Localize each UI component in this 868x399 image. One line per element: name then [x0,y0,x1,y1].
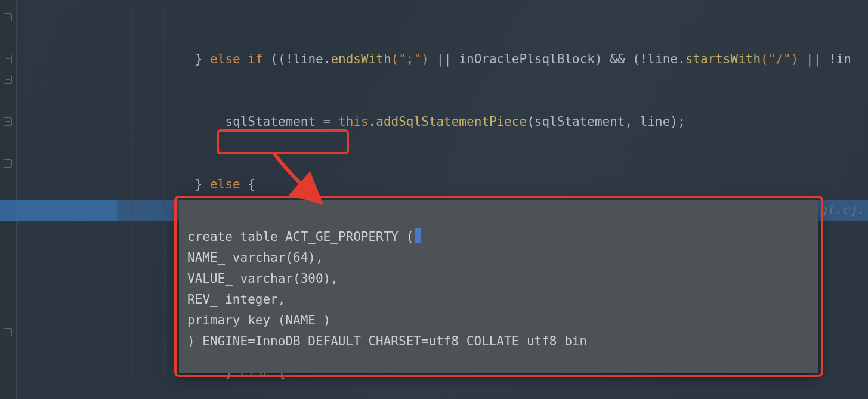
fold-marker-icon[interactable] [4,117,12,126]
editor-viewport: } else if ((!line.endsWith(";") || inOra… [0,0,868,399]
popup-line: NAME_ varchar(64), [187,250,323,265]
popup-line: VALUE_ varchar(300), [187,271,338,286]
text-cursor-icon [415,228,421,243]
code-line[interactable]: sqlStatement = this.addSqlStatementPiece… [17,112,868,132]
popup-line: create table ACT_GE_PROPERTY ( [187,230,421,244]
popup-line: REV_ integer, [187,292,285,307]
fold-marker-icon[interactable] [4,13,12,21]
code-line[interactable]: } else if ((!line.endsWith(";") || inOra… [17,49,868,70]
fold-marker-icon[interactable] [4,328,12,336]
popup-line: ) ENGINE=InnoDB DEFAULT CHARSET=utf8 COL… [187,334,587,348]
inline-hint: gl.cj. [819,200,868,221]
fold-marker-icon[interactable] [4,159,12,168]
code-line[interactable]: } else { [17,174,868,195]
fold-marker-icon[interactable] [4,55,12,63]
popup-line: primary key (NAME_) [187,313,330,327]
fold-marker-icon[interactable] [4,76,12,84]
debug-value-popup[interactable]: create table ACT_GE_PROPERTY ( NAME_ var… [179,200,818,373]
